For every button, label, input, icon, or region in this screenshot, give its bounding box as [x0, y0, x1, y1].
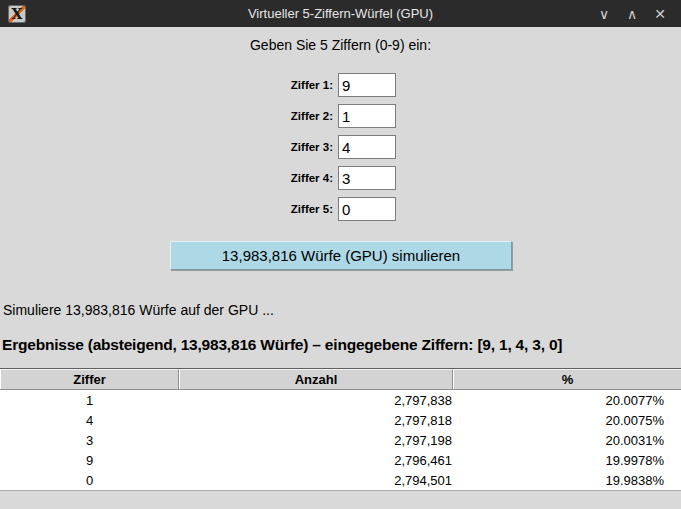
cell-percent: 19.9838%: [453, 473, 681, 488]
digit-row-3: Ziffer 3:: [287, 135, 396, 159]
digit-4-label: Ziffer 4:: [287, 172, 333, 184]
digit-4-input[interactable]: [338, 166, 396, 190]
results-heading: Ergebnisse (absteigend, 13,983,816 Würfe…: [2, 336, 562, 354]
table-row[interactable]: 9 2,796,461 19.9978%: [0, 450, 681, 470]
digit-row-4: Ziffer 4:: [287, 166, 396, 190]
titlebar: X Virtueller 5-Ziffern-Würfel (GPU) ∨ ∧ …: [0, 0, 681, 27]
minimize-icon[interactable]: ∨: [595, 5, 613, 23]
window-title: Virtueller 5-Ziffern-Würfel (GPU): [0, 6, 681, 21]
digit-2-label: Ziffer 2:: [287, 110, 333, 122]
table-row[interactable]: 0 2,794,501 19.9838%: [0, 470, 681, 490]
digit-1-input[interactable]: [338, 73, 396, 97]
cell-percent: 20.0031%: [453, 433, 681, 448]
digit-row-2: Ziffer 2:: [287, 104, 396, 128]
digit-row-1: Ziffer 1:: [287, 73, 396, 97]
window-controls: ∨ ∧ ✕: [595, 5, 681, 23]
cell-anzahl: 2,794,501: [179, 473, 453, 488]
table-row[interactable]: 4 2,797,818 20.0075%: [0, 410, 681, 430]
column-header-percent[interactable]: %: [453, 369, 681, 389]
table-body: 1 2,797,838 20.0077% 4 2,797,818 20.0075…: [0, 390, 681, 491]
cell-ziffer: 0: [0, 473, 179, 488]
column-header-ziffer[interactable]: Ziffer: [0, 369, 179, 389]
results-table: Ziffer Anzahl % 1 2,797,838 20.0077% 4 2…: [0, 368, 681, 491]
digit-row-5: Ziffer 5:: [287, 197, 396, 221]
column-header-anzahl[interactable]: Anzahl: [179, 369, 453, 389]
cell-anzahl: 2,797,838: [179, 393, 453, 408]
digit-2-input[interactable]: [338, 104, 396, 128]
simulate-button[interactable]: 13,983,816 Würfe (GPU) simulieren: [170, 241, 512, 270]
cell-anzahl: 2,797,198: [179, 433, 453, 448]
table-header-row: Ziffer Anzahl %: [0, 368, 681, 390]
cell-ziffer: 4: [0, 413, 179, 428]
digit-5-label: Ziffer 5:: [287, 203, 333, 215]
status-text: Simuliere 13,983,816 Würfe auf der GPU .…: [3, 302, 274, 318]
cell-ziffer: 3: [0, 433, 179, 448]
digit-3-input[interactable]: [338, 135, 396, 159]
table-row[interactable]: 3 2,797,198 20.0031%: [0, 430, 681, 450]
digit-1-label: Ziffer 1:: [287, 79, 333, 91]
cell-ziffer: 1: [0, 393, 179, 408]
cell-percent: 19.9978%: [453, 453, 681, 468]
table-row[interactable]: 1 2,797,838 20.0077%: [0, 390, 681, 410]
maximize-icon[interactable]: ∧: [623, 5, 641, 23]
cell-percent: 20.0077%: [453, 393, 681, 408]
app-window: X Virtueller 5-Ziffern-Würfel (GPU) ∨ ∧ …: [0, 0, 681, 509]
cell-ziffer: 9: [0, 453, 179, 468]
close-icon[interactable]: ✕: [651, 5, 669, 23]
digit-3-label: Ziffer 3:: [287, 141, 333, 153]
cell-anzahl: 2,796,461: [179, 453, 453, 468]
cell-percent: 20.0075%: [453, 413, 681, 428]
form-heading: Geben Sie 5 Ziffern (0-9) ein:: [0, 37, 681, 53]
x11-logo-icon: X: [8, 5, 26, 23]
cell-anzahl: 2,797,818: [179, 413, 453, 428]
digit-5-input[interactable]: [338, 197, 396, 221]
